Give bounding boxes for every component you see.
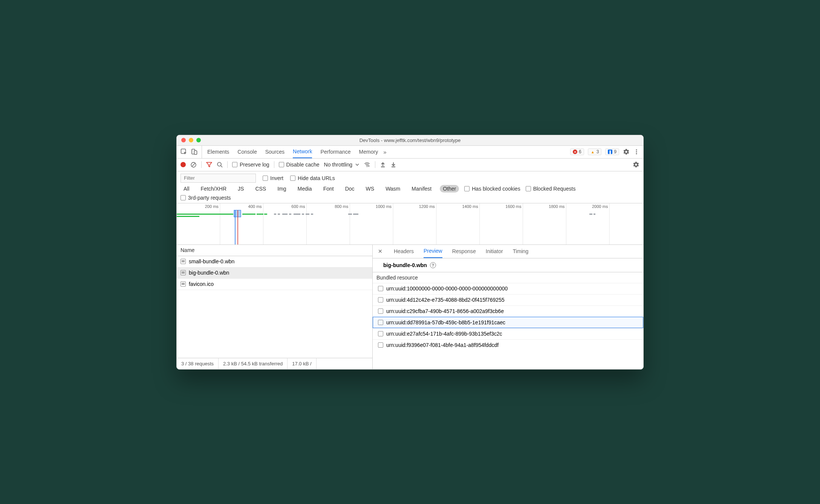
type-filter-wasm[interactable]: Wasm	[382, 185, 403, 192]
preserve-log-checkbox[interactable]: Preserve log	[232, 162, 269, 168]
detail-tab-timing[interactable]: Timing	[513, 245, 529, 258]
panel-tab-network[interactable]: Network	[293, 146, 312, 158]
bundled-resource-row[interactable]: urn:uuid:f9396e07-f081-4bfe-94a1-a8f954f…	[373, 339, 643, 351]
timeline-tick: 1200 ms	[419, 204, 436, 209]
status-size: 17.0 kB /	[288, 358, 316, 369]
timeline-overview[interactable]: 200 ms400 ms600 ms800 ms1000 ms1200 ms14…	[177, 203, 643, 245]
third-party-checkbox[interactable]: 3rd-party requests	[181, 195, 231, 201]
request-row[interactable]: big-bundle-0.wbn	[177, 267, 372, 279]
panel-tab-memory[interactable]: Memory	[359, 146, 378, 158]
record-button[interactable]	[181, 162, 186, 167]
bundled-resource-row[interactable]: urn:uuid:e27afc54-171b-4afc-899b-93b135e…	[373, 328, 643, 339]
svg-rect-30	[289, 214, 291, 215]
svg-rect-35	[348, 214, 352, 215]
message-count-badge[interactable]: ❚9	[605, 148, 619, 155]
filter-input[interactable]	[181, 174, 256, 183]
timeline-tick: 400 ms	[248, 204, 263, 209]
warning-count-badge[interactable]: ▲3	[588, 148, 602, 155]
svg-point-8	[217, 162, 221, 166]
device-toolbar-icon[interactable]	[191, 148, 198, 155]
upload-har-icon[interactable]	[380, 162, 386, 168]
panel-tabstrip: ElementsConsoleSourcesNetworkPerformance…	[177, 146, 643, 159]
type-filter-ws[interactable]: WS	[363, 185, 378, 192]
request-name: favicon.ico	[189, 281, 214, 287]
panel-tab-performance[interactable]: Performance	[320, 146, 350, 158]
type-filter-fetchxhr[interactable]: Fetch/XHR	[198, 185, 229, 192]
panel-tab-console[interactable]: Console	[237, 146, 257, 158]
more-options-icon[interactable]	[633, 149, 639, 155]
svg-rect-24	[242, 214, 255, 215]
type-filter-doc[interactable]: Doc	[342, 185, 358, 192]
type-filter-font[interactable]: Font	[320, 185, 337, 192]
bundled-resource-label: Bundled resource	[373, 272, 643, 283]
timeline-tick: 200 ms	[205, 204, 220, 209]
filter-toggle-icon[interactable]	[206, 162, 212, 168]
download-har-icon[interactable]	[390, 162, 396, 168]
bundled-resource-row[interactable]: urn:uuid:c29cfba7-490b-4571-8656-a002a9f…	[373, 305, 643, 317]
svg-point-5	[636, 153, 637, 154]
file-icon	[378, 297, 383, 302]
resource-urn: urn:uuid:e27afc54-171b-4afc-899b-93b135e…	[386, 331, 502, 337]
type-filter-manifest[interactable]: Manifest	[408, 185, 434, 192]
detail-tab-headers[interactable]: Headers	[394, 245, 414, 258]
settings-gear-icon[interactable]	[623, 148, 630, 155]
panel-tab-sources[interactable]: Sources	[265, 146, 285, 158]
type-filter-img[interactable]: Img	[274, 185, 289, 192]
close-detail-icon[interactable]: ✕	[378, 248, 382, 254]
inspect-element-icon[interactable]	[181, 148, 187, 155]
column-header-name[interactable]: Name	[177, 245, 372, 256]
svg-rect-22	[177, 214, 233, 215]
svg-rect-36	[353, 214, 358, 215]
request-name: big-bundle-0.wbn	[189, 270, 229, 276]
resource-urn: urn:uuid:4d12c42e-e735-4088-8bd2-0f415f7…	[386, 297, 505, 303]
clear-button[interactable]	[190, 162, 197, 168]
file-icon	[378, 309, 383, 314]
invert-checkbox[interactable]: Invert	[263, 175, 283, 181]
svg-point-10	[367, 166, 367, 167]
svg-line-7	[192, 163, 195, 166]
titlebar: DevTools - www.jefftk.com/test/wbn9/prot…	[177, 135, 643, 146]
type-filter-css[interactable]: CSS	[252, 185, 269, 192]
search-icon[interactable]	[217, 162, 223, 168]
has-blocked-cookies-checkbox[interactable]: Has blocked cookies	[464, 186, 520, 192]
timeline-tick: 1000 ms	[376, 204, 393, 209]
hide-data-urls-checkbox[interactable]: Hide data URLs	[290, 175, 335, 181]
request-row[interactable]: favicon.ico	[177, 279, 372, 290]
type-filter-js[interactable]: JS	[235, 185, 247, 192]
blocked-requests-checkbox[interactable]: Blocked Requests	[526, 186, 576, 192]
detail-tab-preview[interactable]: Preview	[424, 245, 442, 258]
more-panels-icon[interactable]: »	[383, 149, 386, 155]
timeline-tick: 1600 ms	[505, 204, 523, 209]
detail-tab-initiator[interactable]: Initiator	[486, 245, 503, 258]
network-conditions-icon[interactable]	[364, 161, 370, 168]
disable-cache-checkbox[interactable]: Disable cache	[279, 162, 320, 168]
type-filter-all[interactable]: All	[181, 185, 193, 192]
svg-rect-37	[589, 214, 592, 215]
type-filter-media[interactable]: Media	[295, 185, 315, 192]
throttling-select[interactable]: No throttling	[324, 162, 359, 168]
type-filter-other[interactable]: Other	[440, 185, 459, 192]
file-icon	[378, 320, 383, 325]
detail-tab-response[interactable]: Response	[452, 245, 476, 258]
panel-tab-elements[interactable]: Elements	[207, 146, 229, 158]
svg-rect-31	[294, 214, 300, 215]
svg-rect-27	[274, 214, 276, 215]
resource-urn: urn:uuid:dd78991a-57db-459c-b8b5-1e191f9…	[386, 319, 505, 325]
filter-bar: Invert Hide data URLs AllFetch/XHRJSCSSI…	[177, 171, 643, 203]
resource-urn: urn:uuid:10000000-0000-0000-0000-0000000…	[386, 286, 508, 292]
request-row[interactable]: small-bundle-0.wbn	[177, 256, 372, 267]
timeline-tick: 1800 ms	[549, 204, 566, 209]
bundled-resource-row[interactable]: urn:uuid:10000000-0000-0000-0000-0000000…	[373, 283, 643, 294]
detail-pane: ✕ HeadersPreviewResponseInitiatorTiming …	[373, 245, 643, 369]
help-icon[interactable]: ?	[430, 262, 436, 268]
file-icon	[181, 270, 186, 275]
error-count-badge[interactable]: ✕6	[570, 148, 584, 155]
status-transferred: 2.3 kB / 54.5 kB transferred	[219, 358, 288, 369]
bundled-resource-row[interactable]: urn:uuid:dd78991a-57db-459c-b8b5-1e191f9…	[373, 317, 643, 328]
timeline-tick: 2000 ms	[592, 204, 609, 209]
network-settings-gear-icon[interactable]	[633, 161, 639, 168]
bundled-resource-row[interactable]: urn:uuid:4d12c42e-e735-4088-8bd2-0f415f7…	[373, 294, 643, 305]
timeline-tick: 1400 ms	[462, 204, 480, 209]
svg-point-4	[636, 151, 637, 152]
svg-point-3	[636, 149, 637, 150]
